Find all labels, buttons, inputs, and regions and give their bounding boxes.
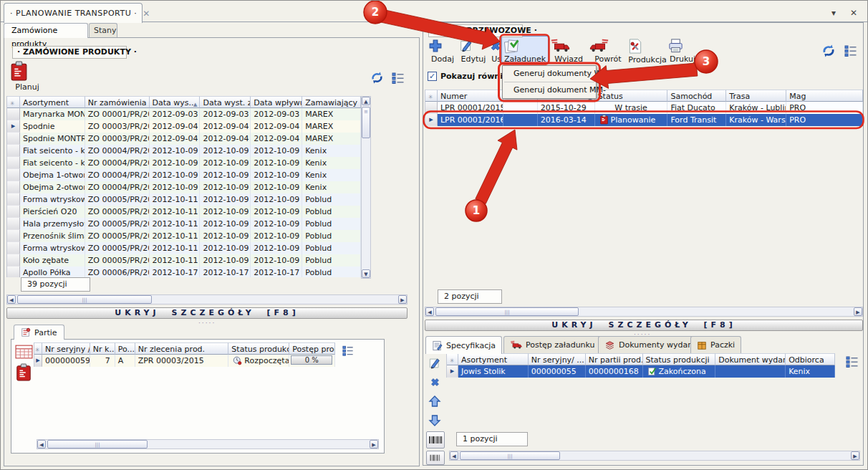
lists-horizontal-scrollbar[interactable]: ◀ ||| ▶ bbox=[425, 307, 863, 317]
row-marker[interactable]: ▸ bbox=[425, 114, 438, 126]
scroll-left-button[interactable]: ◀ bbox=[425, 307, 434, 316]
table-row[interactable]: LPR 00001/2015 2015-10-29 W trasie Fiat … bbox=[425, 102, 863, 114]
column-header-data-wys[interactable]: Data wys...▲ bbox=[150, 96, 201, 108]
edit-row-pencil-icon[interactable] bbox=[428, 356, 442, 370]
powrot-button[interactable]: Powrót bbox=[589, 38, 627, 64]
row-marker[interactable]: ▸ bbox=[7, 230, 20, 242]
refresh-icon[interactable] bbox=[821, 44, 836, 58]
scroll-down-button[interactable]: ▼ bbox=[362, 269, 370, 278]
tab-partie[interactable]: Partie bbox=[14, 325, 64, 340]
row-marker[interactable]: ▸ bbox=[7, 206, 20, 218]
partie-horizontal-scrollbar[interactable]: ◀ ||| ▶ bbox=[37, 439, 379, 449]
scroll-left-button[interactable]: ◀ bbox=[37, 440, 46, 449]
column-header-mag[interactable]: Mag bbox=[786, 90, 863, 102]
column-header-dokument-wydania[interactable]: Dokument wydania bbox=[715, 353, 786, 365]
column-header-nr-k[interactable]: Nr k... bbox=[90, 342, 115, 355]
calendar-icon[interactable] bbox=[15, 344, 33, 359]
scroll-right-button[interactable]: ▶ bbox=[851, 451, 859, 460]
move-up-arrow-icon[interactable] bbox=[428, 395, 441, 408]
show-also-checkbox[interactable]: ✓ Pokazuj równie bbox=[428, 72, 508, 81]
table-row[interactable]: ▸ 000000059 7 A ZPR 00003/2015 Rozpoczęt… bbox=[34, 355, 335, 367]
refresh-icon[interactable] bbox=[370, 71, 384, 85]
menu-item-generuj-mm[interactable]: Generuj dokument MM- bbox=[503, 82, 596, 98]
table-row[interactable]: ▸ Forma wtryskow... ZO 00005/PR/2012 201… bbox=[7, 193, 361, 206]
select-all-header[interactable]: ✳ bbox=[7, 96, 20, 108]
tab-zamowione-produkty[interactable]: Zamówione produkty bbox=[4, 23, 88, 38]
edytuj-button[interactable]: Edytuj bbox=[458, 38, 488, 64]
delete-row-x-icon[interactable] bbox=[429, 376, 441, 388]
row-marker[interactable]: ▸ bbox=[7, 169, 20, 181]
scroll-right-button[interactable]: ▶ bbox=[370, 440, 378, 449]
row-marker[interactable]: ▸ bbox=[34, 355, 42, 367]
table-row[interactable]: ▸ Koło zębate ZO 00005/PR/2012 2012-10-1… bbox=[7, 254, 361, 267]
spec-horizontal-scrollbar[interactable]: ◀ ||| ▶ bbox=[449, 451, 860, 461]
zaladunek-button[interactable]: Załadunek bbox=[501, 36, 549, 63]
row-marker[interactable]: ▸ bbox=[7, 267, 20, 277]
column-header-nr-zlecenia[interactable]: Nr zlecenia prod. bbox=[135, 342, 229, 355]
row-marker[interactable]: ▸ bbox=[7, 133, 20, 145]
scrollbar-thumb[interactable]: ||| bbox=[47, 440, 148, 449]
column-header-odbiorca[interactable]: Odbiorca bbox=[786, 353, 835, 365]
row-marker[interactable]: ▸ bbox=[7, 193, 20, 206]
checkbox-checked-icon[interactable]: ✓ bbox=[428, 72, 437, 81]
wyjazd-button[interactable]: Wyjazd bbox=[550, 38, 587, 64]
table-row[interactable]: ▸ Przenośnik ślimak... ZO 00005/PR/2012 … bbox=[7, 230, 361, 242]
row-marker[interactable]: ▸ bbox=[7, 218, 20, 230]
hide-details-button-left[interactable]: UKRYJ SZCZEGÓŁY [F8] bbox=[6, 307, 408, 319]
column-header-data-wplywu[interactable]: Data wpływu... bbox=[251, 96, 302, 108]
row-marker[interactable]: ▸ bbox=[7, 254, 20, 267]
table-row[interactable]: ▸ Hala przemysłowa ZO 00005/PR/2012 2012… bbox=[7, 218, 361, 230]
column-chooser-icon[interactable] bbox=[342, 345, 354, 356]
scroll-left-button[interactable]: ◀ bbox=[450, 451, 458, 460]
table-row[interactable]: ▸ Marynarka MONT... ZO 00001/PR/2012 201… bbox=[7, 108, 361, 120]
table-row[interactable]: ▸ Apollo Półka ZO 00006/PR/2012 2012-10-… bbox=[7, 267, 361, 277]
menu-item-generuj-wz[interactable]: Generuj dokumenty WZ bbox=[503, 66, 596, 82]
column-header-asortyment[interactable]: Asortyment bbox=[458, 353, 529, 365]
row-marker[interactable]: ▸ bbox=[7, 120, 20, 133]
drukuj-button[interactable]: Drukuj bbox=[667, 38, 698, 64]
table-row[interactable]: ▸ Fiat seicento - ka... ZO 00004/PR/2012… bbox=[7, 157, 361, 169]
move-down-arrow-icon[interactable] bbox=[428, 414, 441, 427]
barcode-button-2[interactable] bbox=[426, 451, 445, 465]
tab-stany[interactable]: Stany bbox=[89, 23, 117, 37]
scroll-right-button[interactable]: ▶ bbox=[398, 295, 407, 304]
row-marker[interactable]: ▸ bbox=[7, 145, 20, 157]
scroll-left-button[interactable]: ◀ bbox=[7, 295, 16, 304]
window-menu-chevron-icon[interactable]: ▾ bbox=[831, 8, 836, 18]
row-marker[interactable] bbox=[425, 102, 438, 114]
row-marker[interactable]: ▸ bbox=[7, 157, 20, 169]
scroll-right-button[interactable]: ▶ bbox=[854, 307, 862, 316]
column-header-nr-zamowienia[interactable]: Nr zamówienia bbox=[85, 96, 150, 108]
tab-specyfikacja[interactable]: Specyfikacja bbox=[425, 336, 502, 354]
row-marker[interactable]: ▸ bbox=[447, 365, 458, 378]
products-horizontal-scrollbar[interactable]: ◀ ||| ▶ bbox=[6, 294, 408, 304]
table-row[interactable]: ▸ Forma wtryskow... ZO 00005/PR/2012 201… bbox=[7, 242, 361, 254]
table-row[interactable]: ▸ Spodnie ZO 00003/PR/2012 2012-09-04 20… bbox=[7, 120, 361, 133]
column-header-trasa[interactable]: Trasa bbox=[726, 90, 786, 102]
table-row[interactable]: ▸ Fiat seicento - ka... ZO 00004/PR/2012… bbox=[7, 145, 361, 157]
produkcja-button[interactable]: Produkcja bbox=[627, 38, 668, 64]
column-header-samochod[interactable]: Samochód bbox=[667, 90, 726, 102]
scroll-up-button[interactable]: ▲ bbox=[362, 97, 370, 105]
select-all-header[interactable]: ✳ bbox=[34, 342, 42, 355]
column-header-numer[interactable]: Numer bbox=[438, 90, 503, 102]
column-header-po[interactable]: Po... bbox=[115, 342, 135, 355]
splitter-handle[interactable]: ····· bbox=[198, 321, 216, 325]
barcode-button[interactable] bbox=[426, 431, 445, 449]
column-chooser-icon[interactable] bbox=[392, 72, 405, 84]
column-chooser-icon[interactable] bbox=[846, 356, 859, 368]
planuj-button[interactable]: Planuj bbox=[9, 61, 45, 92]
row-marker[interactable]: ▸ bbox=[7, 108, 20, 120]
column-chooser-icon[interactable] bbox=[844, 45, 857, 57]
row-marker[interactable]: ▸ bbox=[7, 181, 20, 193]
tab-paczki[interactable]: Paczki bbox=[690, 336, 741, 353]
column-header-nr-seryjny[interactable]: Nr seryjny/ ... bbox=[529, 353, 586, 365]
column-header-postep[interactable]: Postęp produk bbox=[289, 342, 335, 355]
planuj-clipboard-icon[interactable] bbox=[15, 363, 32, 382]
hide-details-button-right[interactable]: UKRYJ SZCZEGÓŁY [F8] bbox=[425, 320, 863, 331]
column-header-nr-seryjny[interactable]: Nr seryjny / ... bbox=[42, 342, 90, 355]
tab-close-icon[interactable]: ✕ bbox=[143, 9, 150, 19]
table-row[interactable]: ▸ Spodnie MONTREAL ZO 00003/PR/2012 2012… bbox=[7, 133, 361, 145]
column-header-nr-partii[interactable]: Nr partii prod... bbox=[586, 353, 643, 365]
row-marker[interactable]: ▸ bbox=[7, 242, 20, 254]
